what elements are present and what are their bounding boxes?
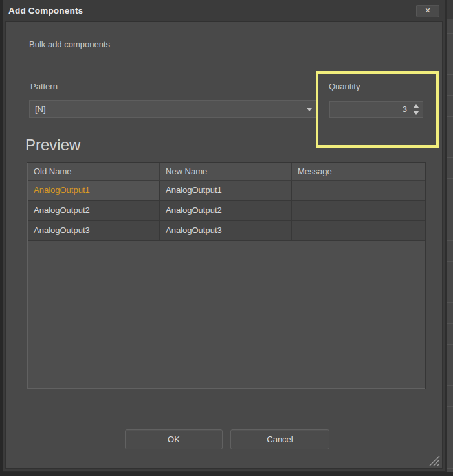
section-divider <box>29 65 426 65</box>
table-row[interactable]: AnalogOutput1 AnalogOutput1 <box>28 181 425 201</box>
quantity-value: 3 <box>403 104 407 114</box>
cancel-button[interactable]: Cancel <box>230 429 329 449</box>
spin-down-icon[interactable] <box>413 111 419 115</box>
column-header-old-name: Old Name <box>28 163 160 180</box>
close-button[interactable]: ✕ <box>416 5 439 17</box>
table-row[interactable]: AnalogOutput3 AnalogOutput3 <box>28 221 425 241</box>
resize-grip[interactable] <box>428 455 440 466</box>
cell-message[interactable] <box>292 221 425 240</box>
chevron-down-icon <box>307 108 312 111</box>
quantity-spinner <box>413 104 419 115</box>
column-header-new-name: New Name <box>160 163 292 180</box>
cell-message[interactable] <box>292 201 425 220</box>
cell-new-name[interactable]: AnalogOutput1 <box>160 181 292 200</box>
dialog-title: Add Components <box>8 6 83 16</box>
dialog-content-panel: Bulk add components Pattern [N] Quantity… <box>5 21 443 469</box>
dialog-titlebar[interactable]: Add Components ✕ <box>3 0 445 21</box>
close-icon: ✕ <box>425 6 430 14</box>
pattern-dropdown-value: [N] <box>35 104 46 114</box>
quantity-input[interactable]: 3 <box>329 101 423 118</box>
bulk-add-description: Bulk add components <box>29 40 110 49</box>
add-components-dialog: Add Components ✕ Bulk add components Pat… <box>3 0 445 472</box>
preview-table-header: Old Name New Name Message <box>28 163 425 181</box>
cell-old-name[interactable]: AnalogOutput2 <box>28 201 160 220</box>
ok-button[interactable]: OK <box>125 429 223 449</box>
cell-new-name[interactable]: AnalogOutput2 <box>160 201 292 220</box>
quantity-label: Quantity <box>329 82 360 91</box>
preview-heading: Preview <box>25 136 80 154</box>
pattern-label: Pattern <box>30 82 58 91</box>
cell-new-name[interactable]: AnalogOutput3 <box>160 221 292 240</box>
screenshot-root: Add Components ✕ Bulk add components Pat… <box>0 0 453 476</box>
column-header-message: Message <box>292 163 425 180</box>
cell-message[interactable] <box>292 181 425 200</box>
preview-table: Old Name New Name Message AnalogOutput1 … <box>27 163 425 389</box>
table-row[interactable]: AnalogOutput2 AnalogOutput2 <box>28 201 425 221</box>
cell-old-name[interactable]: AnalogOutput1 <box>28 181 160 200</box>
pattern-dropdown[interactable]: [N] <box>29 100 318 118</box>
cell-old-name[interactable]: AnalogOutput3 <box>28 221 160 240</box>
background-app-strip <box>445 0 453 472</box>
spin-up-icon[interactable] <box>413 104 419 108</box>
